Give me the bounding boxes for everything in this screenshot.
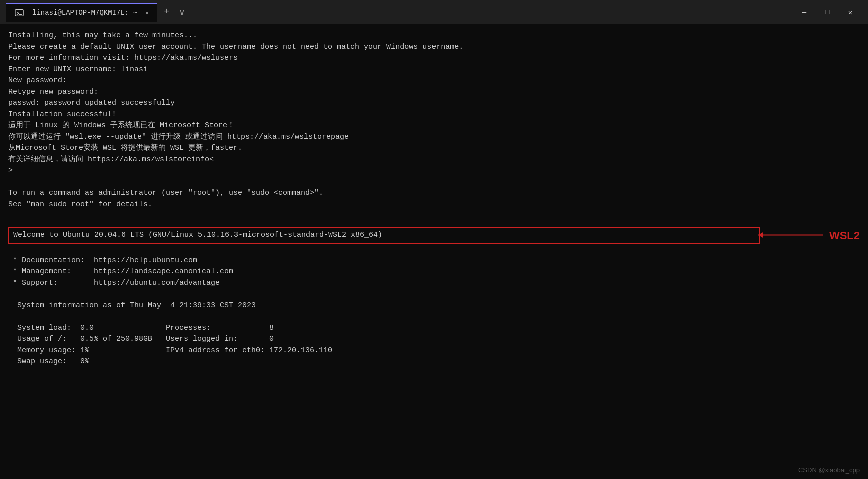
highlighted-welcome-block: Welcome to Ubuntu 20.04.6 LTS (GNU/Linux…: [8, 227, 860, 244]
close-button[interactable]: ✕: [839, 4, 862, 20]
tab-label: linasi@LAPTOP-M7QKMI7L: ~: [32, 9, 137, 17]
line-swap: Swap usage: 0%: [8, 356, 860, 368]
titlebar: linasi@LAPTOP-M7QKMI7L: ~ ✕ + ∨ — □ ✕: [0, 0, 868, 24]
line-14: [8, 177, 860, 188]
tab-controls: + ∨: [161, 6, 188, 19]
line-12: 有关详细信息，请访问 https://aka.ms/wslstoreinfo<: [8, 154, 860, 166]
line-1: Installing, this may take a few minutes.…: [8, 30, 860, 42]
line-8: Installation successful!: [8, 109, 860, 121]
line-memory: Memory usage: 1% IPv4 address for eth0: …: [8, 345, 860, 357]
line-sysinfo: System information as of Thu May 4 21:39…: [8, 300, 860, 312]
line-13: >: [8, 165, 860, 177]
line-blank: [8, 244, 860, 255]
line-support: * Support: https://ubuntu.com/advantage: [8, 278, 860, 289]
line-16: See "man sudo_root" for details.: [8, 199, 860, 211]
terminal-body[interactable]: Installing, this may take a few minutes.…: [0, 24, 868, 479]
line-11: 从Microsoft Store安装 WSL 将提供最新的 WSL 更新，fas…: [8, 143, 860, 154]
line-usage: Usage of /: 0.5% of 250.98GB Users logge…: [8, 334, 860, 345]
terminal-icon: [14, 8, 24, 18]
line-doc: * Documentation: https://help.ubuntu.com: [8, 255, 860, 267]
wsl2-label: WSL2: [829, 227, 860, 243]
line-7: passwd: password updated successfully: [8, 98, 860, 109]
arrow-line: [758, 235, 823, 236]
svg-rect-0: [15, 10, 23, 16]
line-3: For more information visit: https://aka.…: [8, 53, 860, 64]
line-5: New password:: [8, 75, 860, 87]
line-blank3: [8, 311, 860, 323]
line-4: Enter new UNIX username: linasi: [8, 64, 860, 76]
line-sysload: System load: 0.0 Processes: 8: [8, 323, 860, 334]
new-tab-button[interactable]: +: [161, 6, 172, 19]
tab-close-button[interactable]: ✕: [145, 9, 149, 17]
line-15: To run a command as administrator (user …: [8, 188, 860, 199]
tab-area: linasi@LAPTOP-M7QKMI7L: ~ ✕ + ∨: [6, 3, 793, 22]
wsl2-annotation: WSL2: [758, 227, 860, 243]
line-6: Retype new password:: [8, 87, 860, 98]
csdn-watermark: CSDN @xiaobai_cpp: [798, 465, 860, 475]
line-10: 你可以通过运行 "wsl.exe --update" 进行升级 或通过访问 ht…: [8, 132, 860, 143]
tab-dropdown-button[interactable]: ∨: [176, 6, 188, 19]
line-17: [8, 210, 860, 222]
line-blank2: [8, 289, 860, 300]
line-9: 适用于 Linux 的 Windows 子系统现已在 Microsoft Sto…: [8, 120, 860, 132]
line-2: Please create a default UNIX user accoun…: [8, 42, 860, 53]
active-tab[interactable]: linasi@LAPTOP-M7QKMI7L: ~ ✕: [6, 3, 157, 22]
maximize-button[interactable]: □: [816, 4, 839, 20]
welcome-line: Welcome to Ubuntu 20.04.6 LTS (GNU/Linux…: [8, 227, 760, 244]
window-controls: — □ ✕: [793, 4, 862, 20]
minimize-button[interactable]: —: [793, 4, 816, 20]
terminal-window: linasi@LAPTOP-M7QKMI7L: ~ ✕ + ∨ — □ ✕ In…: [0, 0, 868, 479]
line-mgmt: * Management: https://landscape.canonica…: [8, 266, 860, 278]
